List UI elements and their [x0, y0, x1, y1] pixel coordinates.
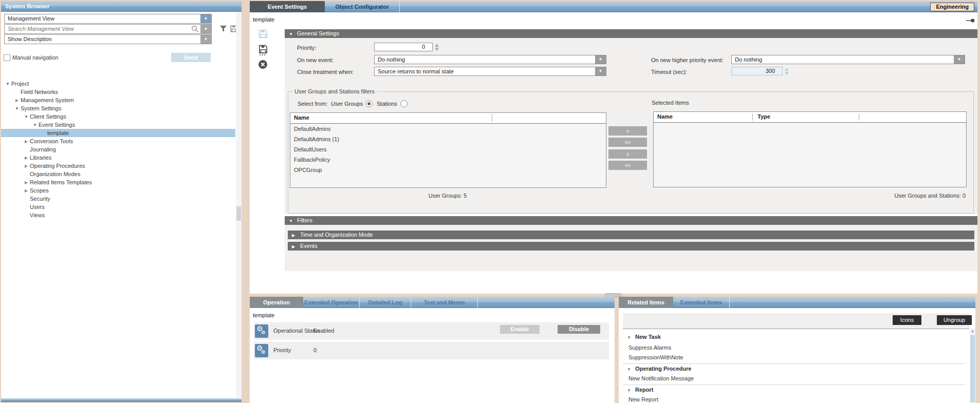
on-new-event-dropdown[interactable]: Do nothing ▼ — [374, 55, 606, 64]
expander-icon[interactable]: ▶ — [23, 139, 30, 144]
spinner-down-icon[interactable] — [785, 72, 789, 75]
filter-icon[interactable] — [219, 25, 228, 34]
sidebar-item-template[interactable]: template — [1, 129, 235, 137]
group-report[interactable]: ▼Report — [627, 387, 653, 393]
collapse-icon[interactable]: ▼ — [627, 335, 635, 340]
column-divider[interactable] — [752, 113, 753, 121]
sidebar-item-libraries[interactable]: ▶Libraries — [1, 153, 235, 162]
sidebar-item-system-settings[interactable]: ▼System Settings — [1, 104, 235, 112]
sidebar-item-operating-procedures[interactable]: ▶Operating Procedures — [1, 162, 235, 170]
spinner-down-icon[interactable] — [435, 48, 439, 51]
tab-operation[interactable]: Operation — [250, 297, 303, 308]
search-icon[interactable] — [191, 25, 199, 34]
list-item-suppressionwithnote[interactable]: SuppressionWithNote — [628, 354, 683, 360]
scroll-up-icon[interactable]: ▲ — [970, 329, 975, 333]
display-mode-combo[interactable]: Show Description ▼ — [4, 34, 212, 44]
table-row[interactable]: DefaultUsers — [290, 144, 606, 155]
sidebar-item-project[interactable]: ▼Project — [1, 80, 235, 88]
sidebar-item-conversion-tools[interactable]: ▶Conversion Tools — [1, 137, 235, 145]
sidebar-item-client-settings[interactable]: ▼Client Settings — [1, 112, 235, 121]
name-column-header[interactable]: Name — [657, 113, 673, 120]
timeout-spinner[interactable] — [784, 67, 790, 75]
enable-button[interactable]: Enable — [500, 325, 540, 334]
expander-icon[interactable]: ▼ — [13, 106, 21, 111]
sidebar-scrollbar[interactable] — [236, 12, 242, 398]
tab-related-items[interactable]: Related Items — [619, 297, 673, 308]
search-chevron-down-icon[interactable]: ▼ — [200, 25, 211, 33]
sidebar-item-security[interactable]: Security — [1, 195, 235, 203]
expander-icon[interactable]: ▼ — [4, 82, 11, 86]
table-row[interactable]: OPCGroup — [290, 165, 606, 175]
discard-button[interactable] — [258, 60, 268, 70]
collapse-icon[interactable]: ▼ — [627, 388, 635, 393]
ungroup-button[interactable]: Ungroup — [937, 315, 972, 325]
general-settings-header[interactable]: ▼General Settings — [285, 29, 977, 38]
table-row[interactable]: DefaultAdmins — [290, 124, 606, 134]
sidebar-item-users[interactable]: Users — [1, 203, 235, 211]
tab-text-and-memo[interactable]: Text and Memo — [411, 297, 478, 308]
save-button[interactable] — [258, 29, 268, 40]
sidebar-item-management-system[interactable]: ▶Management System — [1, 96, 235, 104]
spinner-up-icon[interactable] — [785, 68, 789, 71]
user-groups-radio[interactable] — [365, 100, 373, 107]
scrollbar-thumb[interactable] — [236, 206, 241, 221]
sidebar-item-field-networks[interactable]: Field Networks — [1, 88, 235, 96]
save-as-button[interactable] — [258, 44, 268, 56]
sidebar-item-event-settings[interactable]: ▼Event Settings — [1, 121, 235, 129]
sidebar-item-related-items-templates[interactable]: ▶Related Items Templates — [1, 178, 235, 186]
chevron-down-icon[interactable]: ▼ — [954, 55, 965, 64]
tab-extended-items[interactable]: Extended Items — [673, 297, 730, 308]
engineering-mode-button[interactable]: Engineering — [930, 3, 974, 11]
expander-icon[interactable]: ▼ — [31, 123, 39, 127]
tab-object-configurator[interactable]: Object Configurator — [325, 1, 400, 12]
stations-radio[interactable] — [400, 100, 408, 107]
expander-icon[interactable]: ▶ — [13, 98, 21, 103]
type-column-header[interactable]: Type — [757, 113, 770, 120]
tab-extended-operation[interactable]: Extended Operation — [303, 297, 360, 308]
chevron-down-icon[interactable]: ▼ — [595, 67, 606, 75]
move-left-button[interactable]: < — [608, 149, 647, 159]
chevron-down-icon[interactable]: ▼ — [200, 14, 211, 23]
send-button[interactable]: Send — [171, 53, 211, 62]
manual-navigation-checkbox[interactable] — [4, 54, 10, 61]
spinner-up-icon[interactable] — [435, 44, 439, 47]
chevron-down-icon[interactable]: ▼ — [200, 35, 211, 44]
search-input[interactable] — [5, 25, 192, 32]
expander-icon[interactable]: ▶ — [23, 156, 30, 160]
filters-section-header[interactable]: ▼Filters — [285, 216, 977, 225]
chevron-down-icon[interactable]: ▼ — [595, 55, 606, 64]
move-all-right-button[interactable]: >> — [608, 138, 647, 147]
priority-spinner[interactable] — [434, 43, 440, 51]
sidebar-item-views[interactable]: Views — [1, 211, 235, 219]
expander-icon[interactable]: ▶ — [23, 188, 30, 193]
scrollbar-thumb[interactable] — [970, 335, 975, 402]
tab-detailed-log[interactable]: Detailed Log — [360, 297, 411, 308]
expander-icon[interactable]: ▼ — [23, 114, 30, 119]
pin-icon[interactable] — [966, 18, 975, 24]
group-new-task[interactable]: ▼New Task — [627, 334, 661, 340]
timeout-input[interactable]: 300 — [731, 67, 783, 75]
sidebar-item-journaling[interactable]: Journaling — [1, 145, 235, 153]
table-row[interactable]: DefaultAdmins (1) — [290, 134, 606, 144]
related-items-scrollbar[interactable]: ▲ — [970, 329, 975, 403]
icons-button[interactable]: Icons — [893, 315, 921, 325]
list-item-suppress-alarms[interactable]: Suppress Alarms — [628, 344, 671, 351]
sidebar-item-organization-modes[interactable]: Organization Modes — [1, 170, 235, 178]
events-header[interactable]: ▶Events — [288, 242, 974, 251]
higher-priority-dropdown[interactable]: Do nothing ▼ — [731, 55, 965, 64]
disable-button[interactable]: Disable — [558, 325, 600, 334]
column-divider[interactable] — [492, 114, 492, 122]
column-divider[interactable] — [859, 113, 859, 121]
expander-icon[interactable]: ▶ — [23, 164, 30, 168]
tab-event-settings[interactable]: Event Settings — [250, 1, 325, 12]
name-column-header[interactable]: Name — [294, 114, 309, 121]
list-item-new-report[interactable]: New Report — [628, 396, 658, 402]
sidebar-item-scopes[interactable]: ▶Scopes — [1, 186, 235, 195]
move-right-button[interactable]: > — [608, 126, 647, 136]
priority-input[interactable]: 0 — [374, 43, 433, 51]
collapse-icon[interactable]: ▼ — [627, 367, 635, 372]
table-row[interactable]: FallbackPolicy — [290, 155, 606, 165]
time-organization-mode-header[interactable]: ▶Time and Organization Mode — [288, 231, 974, 239]
view-selector-combo[interactable]: Management View ▼ — [4, 14, 212, 24]
move-all-left-button[interactable]: << — [608, 161, 647, 170]
